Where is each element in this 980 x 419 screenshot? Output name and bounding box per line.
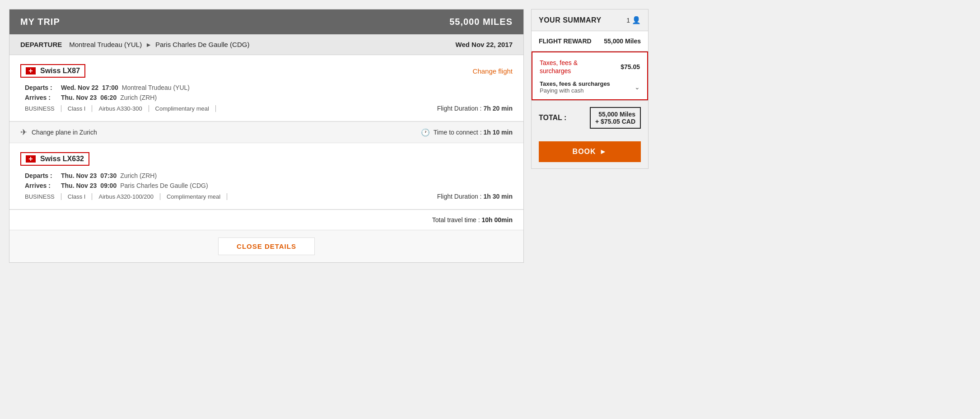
- flight-reward-label: FLIGHT REWARD: [539, 37, 592, 45]
- total-travel-label: Total travel time :: [432, 216, 480, 223]
- pax-count: 1: [626, 17, 630, 24]
- flight-1-details: Departs : Wed. Nov 22 17:00 Montreal Tru…: [20, 84, 513, 112]
- total-travel-row: Total travel time : 10h 00min: [9, 210, 523, 230]
- taxes-sub-label: Taxes, fees & surcharges Paying with cas…: [540, 80, 610, 94]
- departs-date-1: Wed. Nov 22: [61, 84, 98, 91]
- flight-2-amenities: BUSINESS Class I Airbus A320-100/200 Com…: [25, 193, 513, 200]
- departure-from: Montreal Trudeau (YUL): [69, 41, 142, 48]
- departure-bar: DEPARTURE Montreal Trudeau (YUL) ► Paris…: [9, 34, 523, 55]
- flight-1-duration: Flight Duration : 7h 20 min: [437, 105, 513, 112]
- total-travel-time: 10h 00min: [482, 216, 513, 223]
- change-flight-link[interactable]: Change flight: [473, 67, 513, 75]
- arrives-place-1: Zurich (ZRH): [120, 94, 157, 101]
- close-details-container: CLOSE DETAILS: [9, 230, 523, 262]
- departs-place-1: Montreal Trudeau (YUL): [122, 84, 190, 91]
- taxes-section: Taxes, fees &surcharges $75.05 Taxes, fe…: [532, 51, 648, 100]
- flight-1-aircraft: Airbus A330-300: [92, 105, 149, 112]
- plane-change-icon: ✈: [20, 127, 27, 137]
- flight-1-meal: Complimentary meal: [149, 105, 216, 112]
- change-plane-text: Change plane in Zurich: [32, 129, 97, 136]
- total-miles: 55,000 Miles: [595, 111, 635, 118]
- flight-1-cabin: Class I: [61, 105, 93, 112]
- trip-title: MY TRIP: [20, 17, 60, 27]
- arrives-date-2: Thu. Nov 23: [61, 182, 97, 189]
- chevron-down-icon[interactable]: ⌄: [635, 84, 640, 91]
- arrow-icon: ►: [145, 41, 152, 48]
- arrives-label-1: Arrives :: [25, 94, 61, 101]
- flight-2-name: Swiss LX632: [40, 155, 84, 163]
- swiss-flag-icon-1: [26, 67, 36, 74]
- person-icon: 👤: [632, 16, 641, 24]
- arrives-place-2: Paris Charles De Gaulle (CDG): [120, 182, 208, 189]
- flight-1-class: BUSINESS: [25, 105, 61, 112]
- departs-date-2: Thu. Nov 23: [61, 172, 97, 179]
- total-value-box: 55,000 Miles + $75.05 CAD: [590, 107, 641, 129]
- summary-pax: 1 👤: [626, 16, 641, 24]
- flight-1-amenities: BUSINESS Class I Airbus A330-300 Complim…: [25, 105, 513, 112]
- trip-header: MY TRIP 55,000 MILES: [9, 9, 523, 34]
- flight-1-arrives-row: Arrives : Thu. Nov 23 06:20 Zurich (ZRH): [25, 94, 513, 101]
- connection-left: ✈ Change plane in Zurich: [20, 127, 97, 137]
- departs-place-2: Zurich (ZRH): [120, 172, 157, 179]
- departs-time-2: 07:30: [100, 172, 117, 179]
- summary-reward-row: FLIGHT REWARD 55,000 Miles: [532, 31, 648, 51]
- flight-2-cabin: Class I: [61, 193, 93, 200]
- swiss-flag-icon-2: [26, 155, 36, 163]
- trip-miles: 55,000 MILES: [449, 17, 513, 27]
- connection-right: 🕐 Time to connect : 1h 10 min: [421, 128, 513, 137]
- clock-icon: 🕐: [421, 128, 430, 137]
- flight-1-departs-row: Departs : Wed. Nov 22 17:00 Montreal Tru…: [25, 84, 513, 91]
- taxes-value: $75.05: [621, 63, 640, 70]
- flight-2-details: Departs : Thu. Nov 23 07:30 Zurich (ZRH)…: [20, 172, 513, 200]
- flight-reward-value: 55,000 Miles: [604, 37, 641, 45]
- flight-2-section: Swiss LX632 Departs : Thu. Nov 23 07:30 …: [9, 143, 523, 210]
- flight-2-header-row: Swiss LX632: [20, 152, 513, 166]
- arrives-time-2: 09:00: [100, 182, 117, 189]
- departs-label-2: Departs :: [25, 172, 61, 179]
- departure-to: Paris Charles De Gaulle (CDG): [155, 41, 249, 48]
- taxes-label: Taxes, fees &surcharges: [540, 59, 578, 75]
- flight-2-duration: Flight Duration : 1h 30 min: [437, 193, 513, 200]
- summary-title: YOUR SUMMARY: [539, 16, 602, 24]
- close-details-button[interactable]: CLOSE DETAILS: [218, 237, 315, 255]
- flight-1-header-row: Swiss LX87 Change flight: [20, 64, 513, 78]
- flight-1-section: Swiss LX87 Change flight Departs : Wed. …: [9, 55, 523, 121]
- total-label: TOTAL :: [539, 114, 566, 122]
- departs-time-1: 17:00: [102, 84, 118, 91]
- summary-header: YOUR SUMMARY 1 👤: [532, 9, 648, 31]
- total-section: TOTAL : 55,000 Miles + $75.05 CAD: [532, 100, 648, 135]
- total-row: TOTAL : 55,000 Miles + $75.05 CAD: [539, 107, 641, 129]
- trip-panel: MY TRIP 55,000 MILES DEPARTURE Montreal …: [9, 9, 524, 263]
- departs-label-1: Departs :: [25, 84, 61, 91]
- flight-1-name-box: Swiss LX87: [20, 64, 85, 78]
- arrives-date-1: Thu. Nov 23: [61, 94, 97, 101]
- flight-2-name-box: Swiss LX632: [20, 152, 89, 166]
- connection-row: ✈ Change plane in Zurich 🕐 Time to conne…: [9, 121, 523, 143]
- flight-2-class: BUSINESS: [25, 193, 61, 200]
- flight-1-name: Swiss LX87: [40, 67, 80, 75]
- flight-2-arrives-row: Arrives : Thu. Nov 23 09:00 Paris Charle…: [25, 182, 513, 189]
- taxes-row: Taxes, fees &surcharges $75.05: [532, 52, 647, 79]
- departure-route: Montreal Trudeau (YUL) ► Paris Charles D…: [69, 41, 249, 48]
- taxes-sub-row: Taxes, fees & surcharges Paying with cas…: [532, 79, 647, 99]
- arrives-label-2: Arrives :: [25, 182, 61, 189]
- book-button[interactable]: BOOK ►: [539, 141, 641, 162]
- summary-panel: YOUR SUMMARY 1 👤 FLIGHT REWARD 55,000 Mi…: [531, 9, 649, 169]
- departure-label: DEPARTURE: [20, 41, 62, 48]
- departure-date: Wed Nov 22, 2017: [456, 41, 513, 48]
- connect-time: Time to connect : 1h 10 min: [434, 129, 513, 136]
- flight-2-meal: Complimentary meal: [160, 193, 227, 200]
- total-cash: + $75.05 CAD: [595, 118, 635, 125]
- flight-2-aircraft: Airbus A320-100/200: [92, 193, 160, 200]
- book-arrow-icon: ►: [600, 148, 607, 156]
- flight-2-departs-row: Departs : Thu. Nov 23 07:30 Zurich (ZRH): [25, 172, 513, 179]
- arrives-time-1: 06:20: [100, 94, 117, 101]
